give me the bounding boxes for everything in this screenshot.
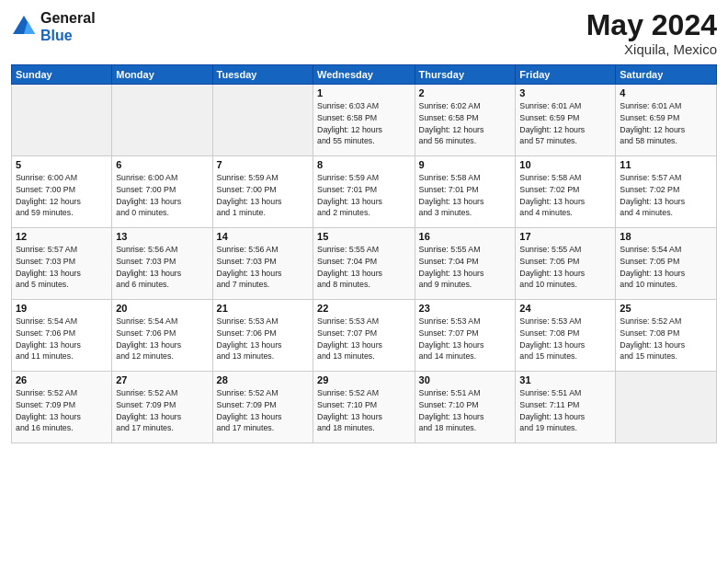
day-number: 30 bbox=[419, 374, 512, 385]
col-header-saturday: Saturday bbox=[616, 65, 717, 85]
day-cell: 9Sunrise: 5:58 AM Sunset: 7:01 PM Daylig… bbox=[415, 156, 516, 228]
header: General Blue May 2024 Xiquila, Mexico bbox=[11, 9, 717, 57]
day-cell: 15Sunrise: 5:55 AM Sunset: 7:04 PM Dayli… bbox=[313, 228, 415, 300]
week-row-3: 12Sunrise: 5:57 AM Sunset: 7:03 PM Dayli… bbox=[12, 228, 717, 300]
day-info: Sunrise: 5:57 AM Sunset: 7:03 PM Dayligh… bbox=[16, 244, 108, 291]
day-number: 7 bbox=[217, 159, 309, 170]
day-number: 15 bbox=[317, 231, 410, 242]
day-cell: 7Sunrise: 5:59 AM Sunset: 7:00 PM Daylig… bbox=[212, 156, 313, 228]
day-number: 2 bbox=[419, 87, 512, 98]
day-cell: 1Sunrise: 6:03 AM Sunset: 6:58 PM Daylig… bbox=[313, 85, 415, 156]
calendar-table: SundayMondayTuesdayWednesdayThursdayFrid… bbox=[11, 64, 717, 443]
day-info: Sunrise: 5:51 AM Sunset: 7:11 PM Dayligh… bbox=[519, 387, 611, 434]
header-row: SundayMondayTuesdayWednesdayThursdayFrid… bbox=[12, 65, 717, 85]
col-header-wednesday: Wednesday bbox=[313, 65, 415, 85]
day-cell bbox=[212, 85, 313, 156]
day-info: Sunrise: 6:01 AM Sunset: 6:59 PM Dayligh… bbox=[620, 100, 712, 147]
day-info: Sunrise: 5:55 AM Sunset: 7:05 PM Dayligh… bbox=[519, 244, 611, 291]
day-cell: 27Sunrise: 5:52 AM Sunset: 7:09 PM Dayli… bbox=[112, 372, 212, 443]
day-number: 10 bbox=[519, 159, 611, 170]
month-title: May 2024 bbox=[586, 9, 717, 41]
day-info: Sunrise: 5:59 AM Sunset: 7:00 PM Dayligh… bbox=[217, 172, 309, 219]
day-cell: 24Sunrise: 5:53 AM Sunset: 7:08 PM Dayli… bbox=[516, 300, 616, 372]
day-info: Sunrise: 5:56 AM Sunset: 7:03 PM Dayligh… bbox=[217, 244, 309, 291]
day-number: 23 bbox=[419, 303, 512, 314]
day-number: 21 bbox=[217, 303, 309, 314]
day-number: 8 bbox=[317, 159, 410, 170]
day-cell: 17Sunrise: 5:55 AM Sunset: 7:05 PM Dayli… bbox=[516, 228, 616, 300]
day-info: Sunrise: 5:52 AM Sunset: 7:08 PM Dayligh… bbox=[620, 316, 712, 362]
day-info: Sunrise: 5:59 AM Sunset: 7:01 PM Dayligh… bbox=[317, 172, 410, 219]
day-cell: 20Sunrise: 5:54 AM Sunset: 7:06 PM Dayli… bbox=[112, 300, 212, 372]
day-info: Sunrise: 5:52 AM Sunset: 7:09 PM Dayligh… bbox=[16, 387, 108, 434]
day-info: Sunrise: 5:53 AM Sunset: 7:07 PM Dayligh… bbox=[317, 316, 410, 362]
day-number: 19 bbox=[16, 303, 108, 314]
day-number: 6 bbox=[116, 159, 208, 170]
day-number: 13 bbox=[116, 231, 208, 242]
logo-icon bbox=[11, 14, 37, 40]
day-cell: 29Sunrise: 5:52 AM Sunset: 7:10 PM Dayli… bbox=[313, 372, 415, 443]
col-header-thursday: Thursday bbox=[415, 65, 516, 85]
day-number: 24 bbox=[519, 303, 611, 314]
day-number: 14 bbox=[217, 231, 309, 242]
logo-text: General Blue bbox=[40, 9, 96, 44]
day-info: Sunrise: 6:01 AM Sunset: 6:59 PM Dayligh… bbox=[519, 100, 611, 147]
day-cell: 16Sunrise: 5:55 AM Sunset: 7:04 PM Dayli… bbox=[415, 228, 516, 300]
day-info: Sunrise: 6:03 AM Sunset: 6:58 PM Dayligh… bbox=[317, 100, 410, 147]
col-header-tuesday: Tuesday bbox=[212, 65, 313, 85]
day-number: 27 bbox=[116, 374, 208, 385]
day-number: 22 bbox=[317, 303, 410, 314]
day-info: Sunrise: 5:58 AM Sunset: 7:02 PM Dayligh… bbox=[519, 172, 611, 219]
day-info: Sunrise: 5:52 AM Sunset: 7:10 PM Dayligh… bbox=[317, 387, 410, 434]
day-info: Sunrise: 5:57 AM Sunset: 7:02 PM Dayligh… bbox=[620, 172, 712, 219]
day-info: Sunrise: 5:53 AM Sunset: 7:08 PM Dayligh… bbox=[519, 316, 611, 362]
day-cell: 12Sunrise: 5:57 AM Sunset: 7:03 PM Dayli… bbox=[12, 228, 112, 300]
day-info: Sunrise: 5:53 AM Sunset: 7:07 PM Dayligh… bbox=[419, 316, 512, 362]
day-info: Sunrise: 5:58 AM Sunset: 7:01 PM Dayligh… bbox=[419, 172, 512, 219]
day-cell: 13Sunrise: 5:56 AM Sunset: 7:03 PM Dayli… bbox=[112, 228, 212, 300]
day-number: 5 bbox=[16, 159, 108, 170]
col-header-friday: Friday bbox=[516, 65, 616, 85]
day-cell: 23Sunrise: 5:53 AM Sunset: 7:07 PM Dayli… bbox=[415, 300, 516, 372]
page: General Blue May 2024 Xiquila, Mexico Su… bbox=[0, 0, 728, 563]
day-number: 12 bbox=[16, 231, 108, 242]
day-cell: 14Sunrise: 5:56 AM Sunset: 7:03 PM Dayli… bbox=[212, 228, 313, 300]
day-cell: 11Sunrise: 5:57 AM Sunset: 7:02 PM Dayli… bbox=[616, 156, 717, 228]
day-info: Sunrise: 5:52 AM Sunset: 7:09 PM Dayligh… bbox=[116, 387, 208, 434]
day-number: 18 bbox=[620, 231, 712, 242]
day-info: Sunrise: 6:02 AM Sunset: 6:58 PM Dayligh… bbox=[419, 100, 512, 147]
day-cell: 31Sunrise: 5:51 AM Sunset: 7:11 PM Dayli… bbox=[516, 372, 616, 443]
day-cell: 10Sunrise: 5:58 AM Sunset: 7:02 PM Dayli… bbox=[516, 156, 616, 228]
day-info: Sunrise: 6:00 AM Sunset: 7:00 PM Dayligh… bbox=[16, 172, 108, 219]
day-cell: 19Sunrise: 5:54 AM Sunset: 7:06 PM Dayli… bbox=[12, 300, 112, 372]
day-cell: 2Sunrise: 6:02 AM Sunset: 6:58 PM Daylig… bbox=[415, 85, 516, 156]
day-cell: 25Sunrise: 5:52 AM Sunset: 7:08 PM Dayli… bbox=[616, 300, 717, 372]
day-cell: 21Sunrise: 5:53 AM Sunset: 7:06 PM Dayli… bbox=[212, 300, 313, 372]
logo: General Blue bbox=[11, 9, 96, 44]
day-cell bbox=[12, 85, 112, 156]
col-header-monday: Monday bbox=[112, 65, 212, 85]
week-row-1: 1Sunrise: 6:03 AM Sunset: 6:58 PM Daylig… bbox=[12, 85, 717, 156]
day-info: Sunrise: 5:54 AM Sunset: 7:06 PM Dayligh… bbox=[16, 316, 108, 362]
day-info: Sunrise: 5:52 AM Sunset: 7:09 PM Dayligh… bbox=[217, 387, 309, 434]
day-cell: 22Sunrise: 5:53 AM Sunset: 7:07 PM Dayli… bbox=[313, 300, 415, 372]
title-block: May 2024 Xiquila, Mexico bbox=[586, 9, 717, 57]
day-number: 9 bbox=[419, 159, 512, 170]
day-info: Sunrise: 5:55 AM Sunset: 7:04 PM Dayligh… bbox=[317, 244, 410, 291]
day-number: 17 bbox=[519, 231, 611, 242]
day-info: Sunrise: 6:00 AM Sunset: 7:00 PM Dayligh… bbox=[116, 172, 208, 219]
day-cell: 30Sunrise: 5:51 AM Sunset: 7:10 PM Dayli… bbox=[415, 372, 516, 443]
day-info: Sunrise: 5:56 AM Sunset: 7:03 PM Dayligh… bbox=[116, 244, 208, 291]
day-number: 28 bbox=[217, 374, 309, 385]
location: Xiquila, Mexico bbox=[586, 41, 717, 57]
day-number: 26 bbox=[16, 374, 108, 385]
week-row-5: 26Sunrise: 5:52 AM Sunset: 7:09 PM Dayli… bbox=[12, 372, 717, 443]
day-number: 31 bbox=[519, 374, 611, 385]
day-info: Sunrise: 5:55 AM Sunset: 7:04 PM Dayligh… bbox=[419, 244, 512, 291]
day-info: Sunrise: 5:51 AM Sunset: 7:10 PM Dayligh… bbox=[419, 387, 512, 434]
day-number: 1 bbox=[317, 87, 410, 98]
day-number: 16 bbox=[419, 231, 512, 242]
day-number: 3 bbox=[519, 87, 611, 98]
day-number: 11 bbox=[620, 159, 712, 170]
day-cell: 18Sunrise: 5:54 AM Sunset: 7:05 PM Dayli… bbox=[616, 228, 717, 300]
